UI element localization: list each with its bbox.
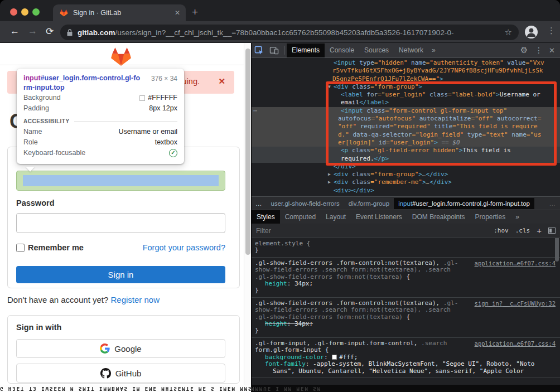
password-label: Password — [16, 199, 55, 207]
dom-tree-line[interactable]: ▼<div class="form-group"> — [252, 83, 560, 91]
dom-tree-line[interactable]: r5vvTfku46tX5FhxOG+j8yBYvadG/2JY7NP6fB8s… — [252, 67, 560, 75]
password-input[interactable] — [16, 213, 225, 233]
breadcrumb-item[interactable]: input#user_login.form-control.gl-form-in… — [394, 198, 534, 209]
settings-gear-icon[interactable]: ⚙ — [520, 45, 528, 55]
page-scrollbar[interactable] — [244, 43, 251, 385]
traffic-light-minimize[interactable] — [21, 8, 28, 16]
bookmark-star-icon[interactable]: ☆ — [505, 27, 512, 37]
dom-tree-line[interactable]: </div> — [252, 163, 560, 171]
dom-tree-line[interactable]: <label for="user_login" class="label-bol… — [252, 91, 560, 99]
reload-icon[interactable]: ⟳ — [46, 26, 54, 37]
styles-tab-styles[interactable]: Styles — [252, 210, 280, 224]
element-style-rule[interactable]: element.style {} — [252, 238, 560, 258]
class-toggle[interactable]: .cls — [515, 227, 530, 234]
profile-avatar[interactable] — [525, 26, 538, 38]
inspect-tooltip: input#user_login.form-control.gl-form-in… — [17, 69, 184, 164]
github-label: GitHub — [115, 369, 142, 378]
browser-tab[interactable]: Sign in · GitLab ✕ — [53, 4, 186, 21]
css-rule[interactable]: application…e6f07.css:4.gl-form-input, .… — [252, 338, 560, 378]
pseudo-state-toggle[interactable]: :hov — [494, 227, 509, 234]
css-declaration[interactable]: font-family: -apple-system, BlinkMacSyst… — [255, 361, 557, 375]
username-input-highlighted[interactable] — [16, 171, 225, 191]
github-signin-button[interactable]: GitHub — [16, 364, 225, 383]
stylesheet-link[interactable]: application…e6f07.css:4 — [475, 340, 556, 347]
dom-tree-line[interactable]: ▶<div class="remember-me">…</div> — [252, 178, 560, 186]
content-area: nuing. ✕ G Password Remember me Forgot y… — [0, 43, 560, 385]
dom-tree-line[interactable]: <input type="hidden" name="authenticity_… — [252, 59, 560, 67]
breadcrumb-overflow[interactable]: … — [252, 200, 267, 207]
dom-tree-line[interactable]: <p class="gl-field-error hidden">This fi… — [252, 147, 560, 154]
new-style-rule-icon[interactable]: + — [537, 226, 542, 235]
breadcrumb-item[interactable]: div.form-group — [344, 198, 394, 209]
tooltip-background-value: #FFFFFF — [148, 93, 177, 103]
url-field[interactable]: gitlab.com/users/sign_in?__cf_chl_jschl_… — [60, 25, 519, 40]
styles-tab-event-listeners[interactable]: Event Listeners — [351, 210, 407, 224]
browser-menu-icon[interactable]: ⋮ — [547, 26, 556, 36]
tab-close-icon[interactable]: ✕ — [175, 9, 180, 17]
styles-tab-layout[interactable]: Layout — [321, 210, 351, 224]
styles-scrollbar-thumb[interactable] — [555, 238, 559, 262]
dom-tree-line[interactable]: d." data-qa-selector="login_field" type=… — [252, 131, 560, 139]
device-toolbar-icon[interactable] — [269, 46, 279, 55]
devtools-tab-elements[interactable]: Elements — [287, 43, 325, 57]
lock-icon — [67, 29, 73, 36]
css-declaration[interactable]: height: 34px; — [255, 321, 557, 327]
remember-label: Remember me — [28, 243, 84, 252]
devtools-tab-console[interactable]: Console — [325, 43, 359, 57]
dom-tree-line[interactable]: autofocus="autofocus" autocapitalize="of… — [252, 115, 560, 123]
traffic-light-zoom[interactable] — [32, 8, 40, 16]
register-link[interactable]: Register now — [111, 295, 160, 304]
more-panels-icon[interactable]: » — [428, 46, 439, 54]
dom-tree-line[interactable]: ▶<div class="form-group">…</div> — [252, 171, 560, 178]
devtools-tab-sources[interactable]: Sources — [359, 43, 394, 57]
inspect-element-icon[interactable] — [254, 46, 264, 55]
dom-tree-line[interactable]: required.</p> — [252, 155, 560, 163]
screenshot-artifact: G H3ET T3 IWSEEM M SMIT IMMBMAS IM EME M… — [0, 385, 560, 392]
css-rule[interactable]: application…e6f07.css:4.gl-show-field-er… — [252, 258, 560, 298]
new-tab-button[interactable]: + — [192, 7, 198, 17]
accessibility-header: ACCESSIBILITY — [23, 118, 177, 124]
artifact-left: G H3ET T3 IWSEEM M SMIT IMMBMAS IM EME M… — [0, 385, 251, 392]
css-declaration[interactable]: height: 34px; — [255, 280, 557, 287]
traffic-light-close[interactable] — [10, 8, 17, 16]
person-icon — [525, 26, 538, 38]
titlebar: Sign in · GitLab ✕ + — [0, 0, 560, 21]
google-label: Google — [114, 344, 141, 354]
styles-tab-properties[interactable]: Properties — [470, 210, 511, 224]
color-swatch — [139, 95, 145, 101]
styles-tabs-more-icon[interactable]: » — [510, 210, 524, 224]
devtools-tab-network[interactable]: Network — [394, 43, 428, 57]
breadcrumb-item[interactable]: user.gl-show-field-errors — [267, 198, 344, 209]
forward-icon[interactable]: → — [28, 26, 37, 37]
dom-tree-line[interactable]: ⋯<input class="form-control gl-form-inpu… — [252, 107, 560, 115]
stylesheet-link[interactable]: application…e6f07.css:4 — [475, 260, 556, 267]
devtools-toolbar: ElementsConsoleSourcesNetwork » ⚙ ⋮ ✕ — [252, 43, 560, 58]
stylesheet-link[interactable]: sign_in?__c…cFsUWUyo:32 — [475, 300, 556, 307]
dom-tree-line[interactable]: "off" required="required" title="This fi… — [252, 123, 560, 130]
styles-tab-dom-breakpoints[interactable]: DOM Breakpoints — [407, 210, 470, 224]
a11y-role-value: textbox — [155, 137, 177, 148]
css-rule[interactable]: sign_in?__c…cFsUWUyo:32.gl-show-field-er… — [252, 298, 560, 338]
register-text: Don't have an account yet? — [7, 295, 111, 304]
dom-tree-line[interactable]: <div></div> — [252, 187, 560, 195]
remember-checkbox[interactable] — [16, 244, 25, 252]
tab-title: Sign in · GitLab — [73, 9, 175, 17]
devtools-menu-icon[interactable]: ⋮ — [535, 46, 543, 55]
dock-side-icon[interactable] — [548, 228, 556, 234]
dom-tree-line[interactable]: email</label> — [252, 99, 560, 107]
dom-tree-line[interactable]: D5gnzPe5PEnfrQ1JFu7lZekCWA=="> — [252, 75, 560, 83]
scrollbar-thumb[interactable] — [245, 49, 250, 255]
node-menu-dots-icon[interactable]: ⋯ — [253, 107, 258, 115]
breadcrumb-trail: … — [545, 200, 560, 207]
filter-input[interactable]: Filter — [256, 227, 487, 235]
alert-close-icon[interactable]: ✕ — [218, 76, 225, 86]
back-icon[interactable]: ← — [10, 26, 20, 37]
dom-tree-line[interactable]: er[login]" id="user_login"> == $0 — [252, 139, 560, 147]
signin-button[interactable]: Sign in — [16, 266, 225, 283]
css-color-swatch[interactable] — [332, 355, 337, 360]
google-signin-button[interactable]: Google — [16, 339, 225, 358]
devtools-close-icon[interactable]: ✕ — [549, 46, 555, 55]
styles-tab-computed[interactable]: Computed — [280, 210, 321, 224]
styles-sidebar-tabs: StylesComputedLayoutEvent ListenersDOM B… — [252, 210, 560, 224]
forgot-password-link[interactable]: Forgot your password? — [143, 243, 225, 252]
